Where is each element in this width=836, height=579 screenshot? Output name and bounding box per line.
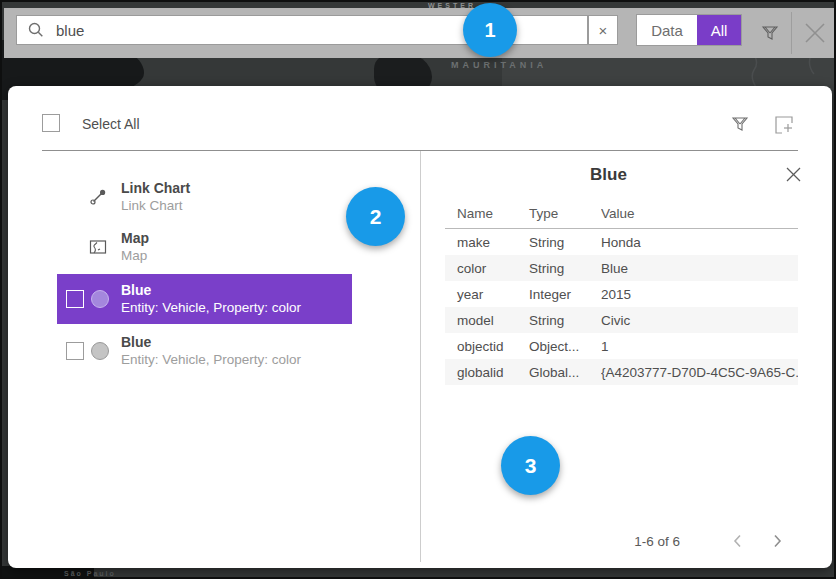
- search-query-text: blue: [56, 22, 84, 39]
- app-window: WESTER MAURITANIA São Paulo blue × Data …: [0, 0, 836, 579]
- attribute-cell: Object...: [529, 339, 601, 354]
- result-title: Link Chart: [121, 180, 190, 197]
- result-text: Map Map: [121, 230, 149, 264]
- results-filter-button[interactable]: [728, 112, 752, 136]
- add-selection-icon: [773, 113, 795, 135]
- detail-pane: Blue Name Type Value makeStringHondacolo…: [421, 151, 832, 568]
- result-subtitle: Entity: Vehicle, Property: color: [121, 351, 301, 368]
- attribute-row[interactable]: makeStringHonda: [445, 229, 798, 255]
- result-checkbox[interactable]: [66, 290, 84, 308]
- attribute-cell: Blue: [601, 261, 798, 276]
- search-scope-toggle: Data All: [636, 14, 742, 46]
- column-header-value: Value: [601, 206, 798, 221]
- attribute-cell: Civic: [601, 313, 798, 328]
- chevron-left-icon: [733, 534, 742, 548]
- attribute-table: Name Type Value makeStringHondacolorStri…: [445, 199, 798, 385]
- attribute-cell: String: [529, 235, 601, 250]
- column-header-type: Type: [529, 206, 601, 221]
- attribute-cell: objectid: [457, 339, 529, 354]
- add-to-selection-button[interactable]: [772, 112, 796, 136]
- toolbar-divider: [791, 12, 792, 54]
- filter-icon: [760, 23, 780, 43]
- search-results-panel: Select All Link Chart Link Chart: [8, 86, 832, 568]
- scope-data-button[interactable]: Data: [637, 15, 697, 45]
- attribute-cell: Honda: [601, 235, 798, 250]
- result-text: Link Chart Link Chart: [121, 180, 190, 214]
- attribute-cell: globalid: [457, 365, 529, 380]
- close-icon: [785, 166, 802, 183]
- attribute-cell: 1: [601, 339, 798, 354]
- detail-close-button[interactable]: [782, 163, 804, 185]
- pagination-label: 1-6 of 6: [634, 534, 680, 549]
- result-title: Blue: [121, 282, 301, 299]
- result-item[interactable]: Link Chart Link Chart: [8, 178, 358, 216]
- select-all-checkbox[interactable]: [42, 114, 60, 132]
- attribute-cell: color: [457, 261, 529, 276]
- result-subtitle: Link Chart: [121, 197, 190, 214]
- close-icon: [802, 20, 828, 46]
- pagination-prev-button[interactable]: [724, 530, 750, 552]
- result-icon: [91, 290, 109, 308]
- result-item[interactable]: Blue Entity: Vehicle, Property: color: [8, 332, 358, 370]
- filter-icon: [730, 114, 750, 134]
- pagination-next-button[interactable]: [764, 530, 790, 552]
- map-label-mauritania: MAURITANIA: [451, 60, 547, 70]
- pagination: 1-6 of 6: [634, 530, 790, 552]
- attribute-row[interactable]: objectidObject...1: [445, 333, 798, 359]
- attribute-cell: Integer: [529, 287, 601, 302]
- close-search-button[interactable]: [798, 17, 832, 49]
- result-checkbox[interactable]: [66, 342, 84, 360]
- result-text: Blue Entity: Vehicle, Property: color: [121, 282, 301, 316]
- attribute-row[interactable]: globalidGlobal...{A4203777-D70D-4C5C-9A6…: [445, 359, 798, 385]
- attribute-table-header: Name Type Value: [445, 199, 798, 229]
- chevron-right-icon: [773, 534, 782, 548]
- filter-button[interactable]: [754, 17, 786, 49]
- attribute-cell: make: [457, 235, 529, 250]
- attribute-cell: year: [457, 287, 529, 302]
- result-title: Blue: [121, 334, 301, 351]
- column-header-name: Name: [457, 206, 529, 221]
- result-subtitle: Map: [121, 247, 149, 264]
- search-icon: [28, 22, 44, 38]
- attribute-cell: String: [529, 261, 601, 276]
- attribute-cell: 2015: [601, 287, 798, 302]
- result-icon: [89, 188, 107, 206]
- map-label-bottom: São Paulo: [64, 570, 116, 577]
- result-icon: [89, 238, 107, 256]
- annotation-circle-1: 1: [463, 3, 517, 57]
- result-title: Map: [121, 230, 149, 247]
- select-all-label: Select All: [82, 116, 140, 132]
- attribute-cell: model: [457, 313, 529, 328]
- attribute-row[interactable]: modelStringCivic: [445, 307, 798, 333]
- result-item[interactable]: Blue Entity: Vehicle, Property: color: [8, 274, 358, 324]
- attribute-row[interactable]: colorStringBlue: [445, 255, 798, 281]
- attribute-cell: {A4203777-D70D-4C5C-9A65-C...: [601, 365, 798, 380]
- attribute-cell: String: [529, 313, 601, 328]
- attribute-cell: Global...: [529, 365, 601, 380]
- search-toolbar: blue × Data All: [4, 8, 834, 58]
- result-subtitle: Entity: Vehicle, Property: color: [121, 299, 301, 316]
- annotation-circle-3: 3: [501, 436, 560, 495]
- result-icon: [91, 342, 109, 360]
- scope-all-button[interactable]: All: [697, 15, 741, 45]
- attribute-row[interactable]: yearInteger2015: [445, 281, 798, 307]
- detail-title: Blue: [421, 165, 796, 185]
- clear-icon: ×: [599, 22, 608, 39]
- clear-search-button[interactable]: ×: [588, 15, 618, 45]
- result-text: Blue Entity: Vehicle, Property: color: [121, 334, 301, 368]
- result-item[interactable]: Map Map: [8, 228, 358, 266]
- annotation-circle-2: 2: [346, 187, 405, 246]
